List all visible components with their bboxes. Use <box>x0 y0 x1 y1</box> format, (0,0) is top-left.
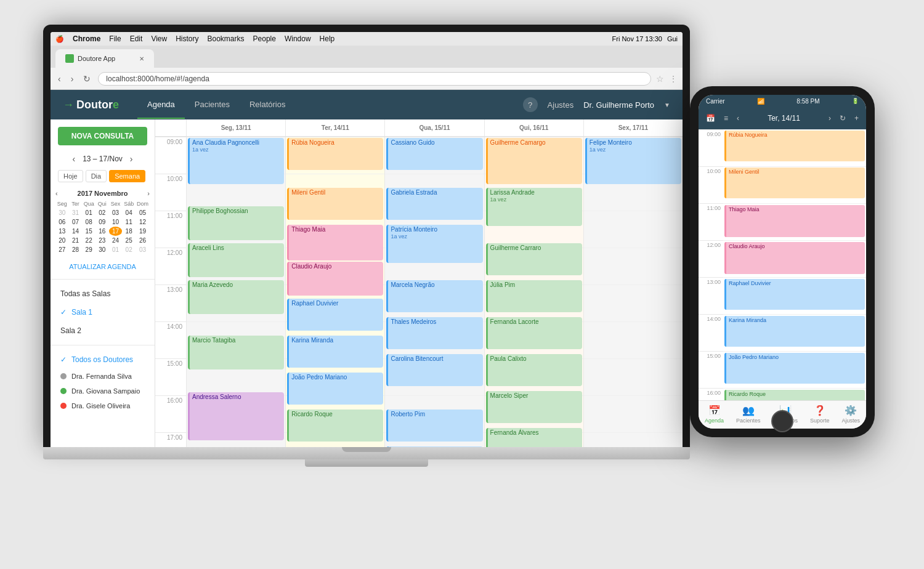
mini-cal-prev[interactable]: ‹ <box>55 190 58 197</box>
tab-close-btn[interactable]: ✕ <box>139 55 144 62</box>
appt-joao-pedro[interactable]: João Pedro Mariano <box>287 373 383 405</box>
phone-nav-agenda[interactable]: 📅 Agenda <box>705 405 724 424</box>
chrome-tab-doutore[interactable]: Doutore App ✕ <box>55 49 154 68</box>
phone-appt-claudio[interactable]: Claudio Araujo <box>724 242 865 274</box>
edit-menu[interactable]: Edit <box>130 34 143 43</box>
bookmark-icon[interactable]: ☆ <box>656 74 664 84</box>
appt-ana-claudia[interactable]: Ana Claudia Pagnoncelli 1a vez <box>188 138 284 184</box>
mini-cal-day[interactable]: 08 <box>82 217 95 227</box>
mini-cal-next[interactable]: › <box>147 190 150 197</box>
help-button[interactable]: ? <box>523 97 538 112</box>
sidebar-sala-2[interactable]: Sala 2 <box>51 321 155 340</box>
nav-pacientes[interactable]: Pacientes <box>185 91 240 119</box>
nova-consulta-button[interactable]: NOVA CONSULTA <box>58 127 147 145</box>
mini-cal-day[interactable]: 30 <box>95 245 109 254</box>
phone-appt-karina[interactable]: Karina Miranda <box>724 316 865 347</box>
phone-appt-mileni[interactable]: Mileni Gentil <box>724 167 865 198</box>
mini-cal-day[interactable]: 25 <box>122 236 136 245</box>
appt-felipe[interactable]: Felipe Monteiro 1a vez <box>585 138 681 184</box>
appt-thiago[interactable]: Thiago Maia <box>287 225 383 260</box>
mini-cal-day[interactable]: 29 <box>82 245 95 254</box>
mini-cal-day[interactable]: 18 <box>122 227 136 236</box>
appt-maria-azevedo[interactable]: Maria Azevedo <box>188 280 284 314</box>
mini-cal-day[interactable]: 01 <box>82 208 95 217</box>
settings-link[interactable]: Ajustes <box>548 100 574 110</box>
appt-philippe[interactable]: Philippe Boghossian <box>188 206 284 240</box>
appt-marcela[interactable]: Marcela Negrão <box>386 280 482 312</box>
nav-agenda[interactable]: Agenda <box>137 91 185 119</box>
mini-cal-day[interactable]: 03 <box>109 208 123 217</box>
mini-cal-day[interactable]: 31 <box>69 208 83 217</box>
mini-cal-day[interactable]: 06 <box>55 217 69 227</box>
appt-fernanda-lacorte[interactable]: Fernanda Lacorte <box>486 317 582 349</box>
view-menu[interactable]: View <box>151 34 167 43</box>
mini-cal-day[interactable]: 27 <box>55 245 69 254</box>
mini-cal-day[interactable]: 05 <box>136 208 150 217</box>
mini-cal-day[interactable]: 26 <box>136 236 150 245</box>
file-menu[interactable]: File <box>109 34 121 43</box>
appt-rubia[interactable]: Rúbia Nogueira <box>287 138 383 170</box>
mini-cal-day[interactable]: 30 <box>55 208 69 217</box>
mini-cal-day[interactable]: 24 <box>109 236 123 245</box>
nav-relatorios[interactable]: Relatórios <box>240 91 296 119</box>
mini-cal-day[interactable]: 28 <box>69 245 83 254</box>
appt-fernanda-alvares[interactable]: Fernanda Álvares <box>486 428 582 447</box>
appt-roberto[interactable]: Roberto Pim <box>386 410 482 442</box>
mini-cal-day[interactable]: 23 <box>95 236 109 245</box>
phone-home-button[interactable] <box>771 410 793 432</box>
appt-gabriela[interactable]: Gabriela Estrada <box>386 188 482 220</box>
phone-nav-ajustes[interactable]: ⚙️ Ajustes <box>841 405 860 424</box>
menu-icon[interactable]: ⋮ <box>669 74 678 84</box>
back-button[interactable]: ‹ <box>55 73 63 85</box>
phone-add-btn[interactable]: + <box>852 113 861 124</box>
bookmarks-menu[interactable]: Bookmarks <box>208 34 245 43</box>
appt-raphael-ter[interactable]: Raphael Duvivier <box>287 299 383 331</box>
phone-refresh-btn[interactable]: ↻ <box>837 113 848 124</box>
mini-cal-day[interactable]: 11 <box>122 217 136 227</box>
window-menu[interactable]: Window <box>285 34 311 43</box>
view-hoje-button[interactable]: Hoje <box>58 170 83 182</box>
appt-thales[interactable]: Thales Medeiros <box>386 317 482 349</box>
appt-marcio[interactable]: Marcio Tatagiba <box>188 336 284 369</box>
mini-cal-day[interactable]: 15 <box>82 227 95 236</box>
sidebar-sala-1[interactable]: ✓ Sala 1 <box>51 303 155 321</box>
mini-cal-day[interactable]: 10 <box>109 217 123 227</box>
phone-appt-ricardo[interactable]: Ricardo Roque <box>724 390 865 400</box>
user-chevron[interactable]: ▼ <box>664 102 670 108</box>
appt-karina[interactable]: Karina Miranda <box>287 336 383 368</box>
people-menu[interactable]: People <box>253 34 276 43</box>
sidebar-dra-gisele[interactable]: Dra. Gisele Oliveira <box>51 398 155 413</box>
refresh-button[interactable]: ↻ <box>81 73 93 85</box>
mini-cal-day[interactable]: 03 <box>136 245 150 254</box>
appt-carolina[interactable]: Carolina Bitencourt <box>386 354 482 386</box>
history-menu[interactable]: History <box>176 34 198 43</box>
phone-appt-joao[interactable]: João Pedro Mariano <box>724 353 865 384</box>
mini-cal-day[interactable]: 21 <box>69 236 83 245</box>
mini-cal-day[interactable]: 01 <box>109 245 123 254</box>
appt-guilherme-carraro[interactable]: Guilherme Carraro <box>486 243 582 275</box>
chrome-menu[interactable]: Chrome <box>73 34 100 43</box>
phone-prev-btn[interactable]: ‹ <box>734 113 742 124</box>
appt-araceli[interactable]: Araceli Lins <box>188 243 284 277</box>
mini-cal-day[interactable]: 02 <box>122 245 136 254</box>
mini-cal-day[interactable]: 16 <box>95 227 109 236</box>
mini-cal-day[interactable]: 22 <box>82 236 95 245</box>
mini-cal-day[interactable]: 02 <box>95 208 109 217</box>
appt-ricardo[interactable]: Ricardo Roque <box>287 410 383 442</box>
phone-appt-thiago[interactable]: Thiago Maia <box>724 205 865 237</box>
view-semana-button[interactable]: Semana <box>109 170 145 182</box>
mini-cal-day[interactable]: 14 <box>69 227 83 236</box>
atualizar-agenda-button[interactable]: ATUALIZAR AGENDA <box>51 259 155 274</box>
appt-paula[interactable]: Paula Calixto <box>486 354 582 386</box>
appt-cassiano[interactable]: Cassiano Guido <box>386 138 482 170</box>
appt-marcelo[interactable]: Marcelo Siper <box>486 391 582 423</box>
mini-cal-day[interactable]: 09 <box>95 217 109 227</box>
next-week-button[interactable]: › <box>128 153 136 165</box>
appt-patricia[interactable]: Patrícia Monteiro 1a vez <box>386 225 482 263</box>
appt-larissa[interactable]: Larissa Andrade 1a vez <box>486 188 582 226</box>
sidebar-todas-salas[interactable]: Todas as Salas <box>51 284 155 303</box>
appt-mileni[interactable]: Mileni Gentil <box>287 188 383 220</box>
view-dia-button[interactable]: Dia <box>86 170 107 182</box>
sidebar-todos-doutores[interactable]: ✓ Todos os Doutores <box>51 350 155 369</box>
phone-appt-rubia[interactable]: Rúbia Nogueira <box>724 131 865 161</box>
